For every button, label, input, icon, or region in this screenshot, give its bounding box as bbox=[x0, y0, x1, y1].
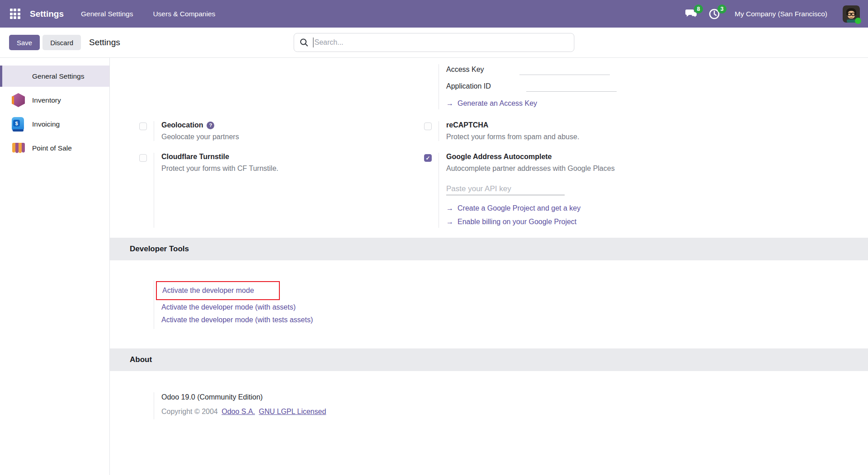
settings-content: Access Key Application ID → Generate an … bbox=[110, 58, 868, 475]
annotation-highlight-box: Activate the developer mode bbox=[156, 281, 280, 300]
cloudflare-setting: Cloudflare Turnstile Protect your forms … bbox=[136, 153, 420, 228]
save-button[interactable]: Save bbox=[9, 35, 40, 50]
top-navbar: Settings General Settings Users & Compan… bbox=[0, 0, 868, 28]
inventory-icon bbox=[12, 93, 26, 107]
cloudflare-title[interactable]: Cloudflare Turnstile bbox=[161, 153, 229, 161]
google-autocomplete-desc: Autocomplete partner addresses with Goog… bbox=[446, 165, 705, 173]
messages-badge: 8 bbox=[694, 5, 703, 14]
about-block: Odoo 19.0 (Community Edition) Copyright … bbox=[136, 392, 420, 419]
recaptcha-checkbox[interactable] bbox=[424, 122, 432, 130]
empty-cell bbox=[136, 64, 420, 109]
arrow-icon: → bbox=[446, 216, 453, 228]
geolocation-provider-box: Access Key Application ID → Generate an … bbox=[420, 64, 705, 109]
google-autocomplete-setting: ✓ Google Address Autocomplete Autocomple… bbox=[420, 153, 705, 228]
invoicing-icon: $ bbox=[12, 117, 26, 131]
general-settings-icon bbox=[12, 69, 26, 83]
presence-indicator bbox=[855, 18, 861, 24]
activities-icon[interactable]: 3 bbox=[708, 8, 722, 20]
point-of-sale-icon bbox=[12, 141, 26, 155]
company-switcher[interactable]: My Company (San Francisco) bbox=[735, 10, 827, 18]
arrow-icon: → bbox=[446, 98, 453, 109]
developer-tools-section-header: Developer Tools bbox=[110, 238, 868, 260]
developer-tools-block: Activate the developer mode Activate the… bbox=[136, 280, 420, 329]
apps-grid-icon[interactable] bbox=[7, 6, 23, 22]
enable-billing-link[interactable]: → Enable billing on your Google Project bbox=[446, 216, 576, 228]
activate-developer-mode-assets-link[interactable]: Activate the developer mode (with assets… bbox=[161, 301, 296, 314]
user-menu[interactable] bbox=[843, 5, 860, 23]
activate-developer-mode-tests-link[interactable]: Activate the developer mode (with tests … bbox=[161, 314, 313, 326]
text-caret bbox=[313, 38, 314, 47]
about-section-header: About bbox=[110, 348, 868, 371]
control-bar: Save Discard Settings Search... bbox=[0, 28, 868, 58]
settings-sidebar: General Settings Inventory $ Invoicing bbox=[0, 58, 110, 475]
gnu-lgpl-link[interactable]: GNU LGPL Licensed bbox=[259, 408, 326, 415]
activities-badge: 3 bbox=[717, 5, 726, 14]
messages-icon[interactable]: 8 bbox=[685, 8, 698, 20]
cloudflare-desc: Protect your forms with CF Turnstile. bbox=[161, 165, 420, 173]
recaptcha-setting: reCAPTCHA Protect your forms from spam a… bbox=[420, 121, 705, 141]
help-icon[interactable]: ? bbox=[207, 122, 214, 129]
geolocation-title[interactable]: Geolocation bbox=[161, 121, 203, 129]
create-google-project-link[interactable]: → Create a Google Project and get a key bbox=[446, 202, 580, 214]
geolocation-checkbox[interactable] bbox=[139, 122, 147, 130]
cloudflare-checkbox[interactable] bbox=[139, 154, 147, 162]
nav-item-general-settings[interactable]: General Settings bbox=[77, 7, 137, 21]
sidebar-item-general-settings[interactable]: General Settings bbox=[0, 66, 109, 87]
geolocation-setting: Geolocation ? Geolocate your partners bbox=[136, 121, 420, 141]
search-icon bbox=[300, 38, 309, 47]
recaptcha-desc: Protect your forms from spam and abuse. bbox=[446, 133, 705, 141]
nav-item-users-companies[interactable]: Users & Companies bbox=[149, 7, 219, 21]
discard-button[interactable]: Discard bbox=[42, 35, 81, 50]
application-id-label: Application ID bbox=[446, 81, 491, 92]
google-autocomplete-title[interactable]: Google Address Autocomplete bbox=[446, 153, 552, 161]
odoo-version: Odoo 19.0 (Community Edition) bbox=[161, 393, 420, 401]
recaptcha-title[interactable]: reCAPTCHA bbox=[446, 121, 488, 129]
search-input[interactable]: Search... bbox=[294, 33, 575, 52]
odoo-sa-link[interactable]: Odoo S.A. bbox=[222, 408, 255, 415]
breadcrumb: Settings bbox=[89, 38, 120, 47]
access-key-field[interactable] bbox=[519, 64, 610, 75]
geolocation-desc: Geolocate your partners bbox=[161, 133, 420, 141]
generate-access-key-link[interactable]: → Generate an Access Key bbox=[446, 98, 537, 109]
access-key-label: Access Key bbox=[446, 64, 484, 75]
search-placeholder: Search... bbox=[315, 38, 344, 47]
activate-developer-mode-link[interactable]: Activate the developer mode bbox=[162, 284, 254, 297]
app-name[interactable]: Settings bbox=[30, 9, 64, 19]
copyright-text: Copyright © 2004 bbox=[161, 408, 218, 415]
sidebar-item-inventory[interactable]: Inventory bbox=[0, 89, 109, 111]
application-id-field[interactable] bbox=[526, 81, 617, 92]
arrow-icon: → bbox=[446, 202, 453, 214]
sidebar-item-point-of-sale[interactable]: Point of Sale bbox=[0, 137, 109, 159]
google-autocomplete-checkbox[interactable]: ✓ bbox=[424, 154, 432, 162]
google-api-key-field[interactable] bbox=[446, 183, 565, 195]
sidebar-item-invoicing[interactable]: $ Invoicing bbox=[0, 113, 109, 135]
